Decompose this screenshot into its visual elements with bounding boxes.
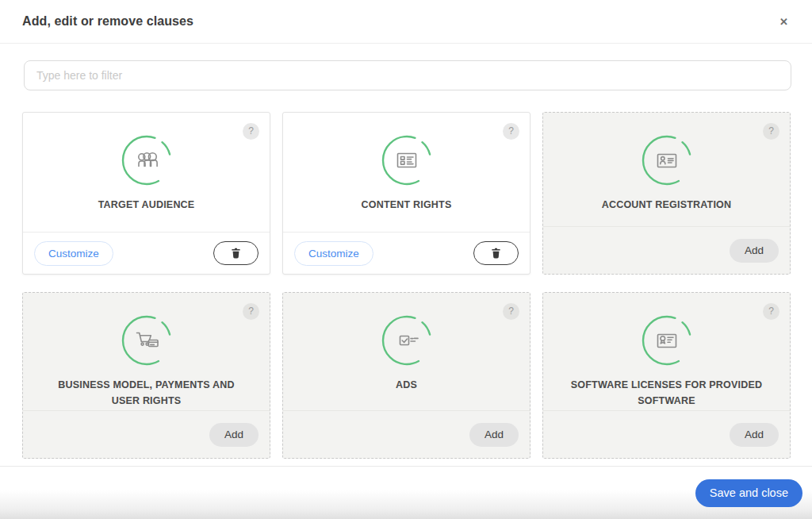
- trash-icon: [491, 248, 501, 259]
- save-and-close-button[interactable]: Save and close: [695, 479, 802, 507]
- help-button[interactable]: ?: [243, 123, 259, 140]
- cart-payment-icon: [121, 314, 173, 367]
- add-clause-button[interactable]: Add: [469, 423, 519, 447]
- card-main: ? ACCOUNT REGISTRATION: [543, 113, 790, 226]
- users-icon: [121, 134, 173, 186]
- card-footer: Add: [283, 410, 530, 458]
- clause-card-account-registration: ? ACCOUNT REGISTRATION Add: [542, 112, 791, 275]
- card-main: ? CONTENT RIGHTS: [283, 113, 530, 232]
- filter-input[interactable]: [24, 60, 791, 90]
- close-icon: ✕: [779, 16, 788, 28]
- card-title: ADS: [372, 377, 441, 393]
- card-footer: Add: [23, 410, 270, 458]
- clauses-grid: ? TARGET AUDIENCE Customize: [22, 112, 791, 459]
- filter-row: [0, 44, 812, 90]
- card-main: ? ADS: [283, 293, 530, 410]
- close-button[interactable]: ✕: [778, 13, 790, 30]
- help-button[interactable]: ?: [503, 123, 519, 140]
- card-footer: Add: [543, 226, 790, 274]
- id-card-icon: [641, 134, 693, 186]
- clause-card-target-audience: ? TARGET AUDIENCE Customize: [22, 112, 270, 275]
- checkbox-lines-icon: [381, 314, 433, 367]
- card-main: ? BUSINESS MODEL, PAYMENTS AND USER RIGH…: [23, 293, 270, 410]
- help-button[interactable]: ?: [763, 123, 779, 140]
- clauses-modal: Add, edit or remove clauses ✕ ?: [0, 0, 812, 459]
- card-title: SOFTWARE LICENSES FOR PROVIDED SOFTWARE: [543, 377, 790, 409]
- customize-button[interactable]: Customize: [294, 241, 373, 266]
- add-clause-button[interactable]: Add: [209, 423, 259, 447]
- add-clause-button[interactable]: Add: [730, 423, 779, 447]
- remove-clause-button[interactable]: [213, 241, 259, 265]
- customize-button[interactable]: Customize: [34, 241, 113, 266]
- trash-icon: [231, 248, 241, 259]
- card-title: CONTENT RIGHTS: [338, 197, 476, 213]
- help-button[interactable]: ?: [503, 303, 519, 320]
- card-footer: Add: [543, 410, 790, 458]
- modal-footer: Save and close: [0, 466, 812, 519]
- clause-card-software-licenses: ? SOFTWARE LICENSES FOR PROVIDED SOFTWAR…: [542, 292, 791, 459]
- card-footer: Customize: [283, 232, 530, 274]
- card-footer: Customize: [23, 232, 270, 274]
- card-main: ? TARGET AUDIENCE: [23, 113, 270, 232]
- card-title: ACCOUNT REGISTRATION: [578, 197, 756, 213]
- clause-card-ads: ? ADS Add: [282, 292, 530, 459]
- card-title: BUSINESS MODEL, PAYMENTS AND USER RIGHTS: [23, 377, 270, 409]
- document-list-icon: [381, 134, 433, 186]
- clause-card-content-rights: ? CONTENT RIGHTS Customize: [282, 112, 530, 275]
- modal-header: Add, edit or remove clauses ✕: [0, 0, 812, 44]
- card-main: ? SOFTWARE LICENSES FOR PROVIDED SOFTWAR…: [543, 293, 790, 410]
- clause-card-business-model: ? BUSINESS MODEL, PAYMENTS AND USER RIGH…: [22, 292, 270, 459]
- remove-clause-button[interactable]: [473, 241, 519, 265]
- help-button[interactable]: ?: [763, 303, 779, 320]
- modal-title: Add, edit or remove clauses: [22, 14, 193, 29]
- certificate-icon: [641, 314, 693, 367]
- help-button[interactable]: ?: [243, 303, 259, 320]
- add-clause-button[interactable]: Add: [730, 239, 779, 263]
- card-title: TARGET AUDIENCE: [75, 197, 219, 213]
